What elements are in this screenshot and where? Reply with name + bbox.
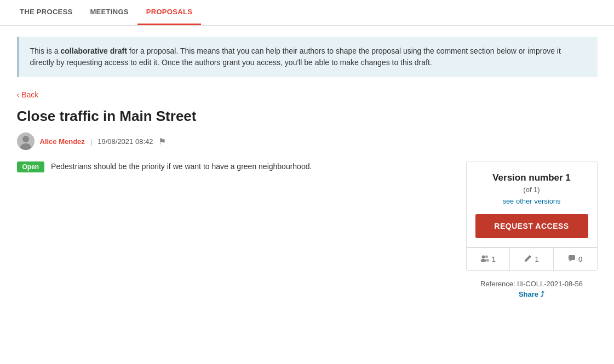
stat-edits-value: 1 (535, 255, 538, 263)
stat-edits: 1 (510, 248, 554, 270)
comments-icon (568, 255, 576, 264)
reference-section: Reference: III-COLL-2021-08-56 Share ⤴ (466, 280, 598, 298)
back-arrow-icon: ‹ (17, 90, 20, 99)
svg-point-3 (481, 256, 485, 259)
content-layout: Open Pedestrians should be the priority … (17, 161, 598, 298)
share-icon: ⤴ (541, 290, 544, 298)
author-date: 19/08/2021 08:42 (97, 137, 153, 146)
svg-point-1 (22, 136, 29, 142)
see-other-versions-link[interactable]: see other versions (475, 197, 588, 205)
author-row: Alice Mendez | 19/08/2021 08:42 ⚑ (17, 132, 598, 150)
version-title: Version number 1 (475, 172, 588, 183)
share-link[interactable]: Share ⤴ (519, 290, 544, 298)
banner-bold: collaborative draft (61, 47, 127, 55)
stat-followers: 1 (467, 248, 510, 270)
followers-icon (480, 255, 489, 264)
stats-row: 1 1 (467, 247, 597, 270)
sidebar-column: Version number 1 (of 1) see other versio… (466, 161, 598, 298)
stat-comments: 0 (554, 248, 597, 270)
svg-point-5 (485, 256, 488, 258)
svg-point-6 (486, 259, 489, 262)
banner-prefix: This is a (30, 47, 61, 55)
nav-item-meetings[interactable]: MEETINGS (81, 0, 137, 25)
nav-item-proposals[interactable]: PROPOSALS (137, 0, 201, 25)
main-nav: THE PROCESS MEETINGS PROPOSALS (0, 0, 614, 26)
version-sub: (of 1) (475, 186, 588, 194)
author-separator: | (90, 137, 92, 146)
proposal-body-section: Open Pedestrians should be the priority … (17, 161, 450, 172)
main-content: This is a collaborative draft for a prop… (6, 26, 609, 309)
version-card: Version number 1 (of 1) see other versio… (466, 161, 598, 271)
svg-marker-8 (570, 260, 572, 262)
svg-point-4 (480, 259, 486, 262)
version-section: Version number 1 (of 1) see other versio… (467, 161, 597, 247)
avatar (17, 132, 35, 150)
stat-followers-value: 1 (492, 255, 496, 263)
info-banner: This is a collaborative draft for a prop… (17, 37, 598, 77)
edits-icon (524, 255, 532, 264)
nav-item-process[interactable]: THE PROCESS (11, 0, 81, 25)
back-label: Back (21, 90, 38, 99)
author-name[interactable]: Alice Mendez (40, 137, 85, 146)
proposal-body-text: Pedestrians should be the priority if we… (51, 162, 312, 171)
back-link[interactable]: ‹ Back (17, 90, 39, 99)
svg-rect-7 (569, 255, 575, 260)
stat-comments-value: 0 (578, 255, 582, 263)
reference-text: Reference: III-COLL-2021-08-56 (466, 280, 598, 288)
proposal-title: Close traffic in Main Street (17, 108, 598, 125)
status-badge: Open (17, 161, 45, 172)
share-label: Share (519, 290, 538, 298)
request-access-button[interactable]: REQUEST ACCESS (475, 214, 588, 238)
flag-icon[interactable]: ⚑ (158, 136, 166, 147)
